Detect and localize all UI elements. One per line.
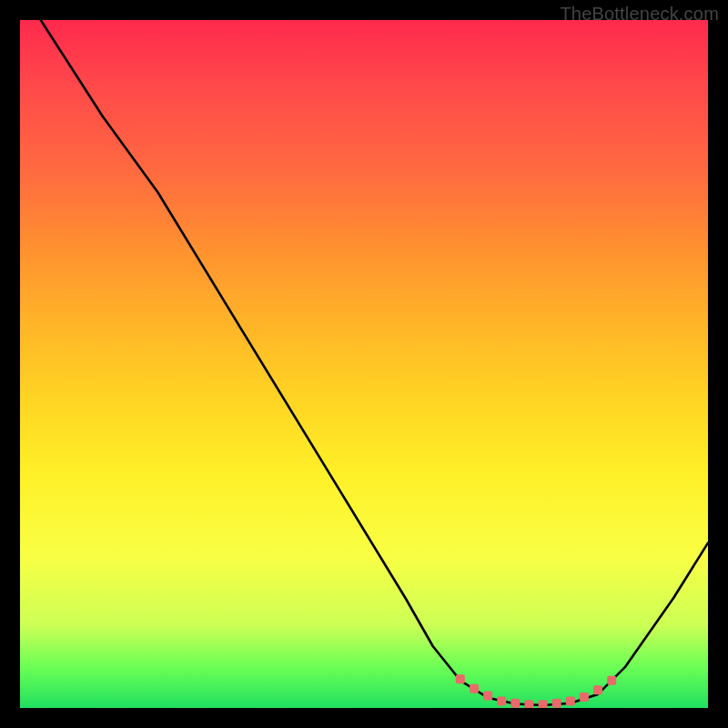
data-marker (497, 696, 506, 705)
data-marker (483, 691, 492, 700)
data-marker (456, 674, 465, 683)
data-marker (524, 700, 533, 708)
bottleneck-curve (41, 20, 708, 705)
data-marker (580, 693, 589, 702)
data-marker (593, 685, 602, 694)
data-marker (552, 699, 561, 708)
data-marker (539, 700, 548, 708)
chart-svg (20, 20, 708, 708)
data-marker (470, 684, 479, 693)
data-marker (607, 676, 616, 685)
data-marker (511, 699, 520, 708)
watermark-text: TheBottleneck.com (560, 4, 719, 25)
chart-frame: TheBottleneck.com (0, 0, 728, 728)
chart-plot-area (20, 20, 708, 708)
data-marker (566, 696, 575, 705)
marker-group (456, 674, 616, 708)
